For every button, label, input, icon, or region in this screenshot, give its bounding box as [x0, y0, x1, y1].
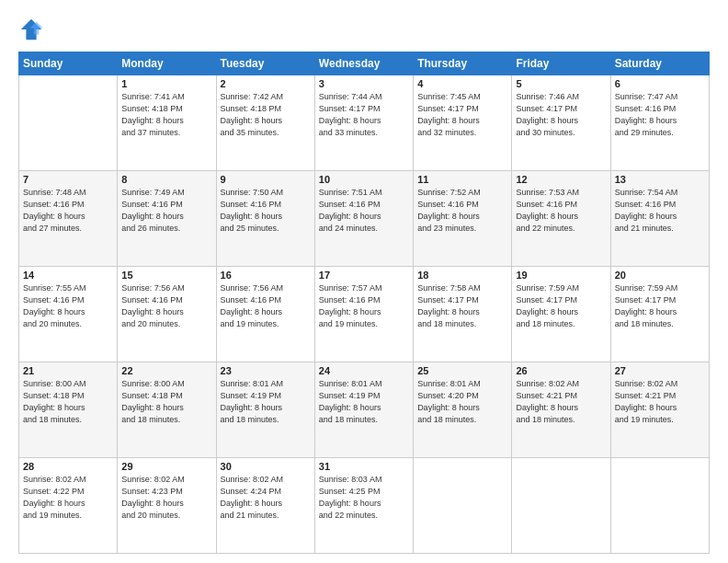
day-info: Sunrise: 7:47 AMSunset: 4:16 PMDaylight:… [615, 91, 705, 139]
day-info: Sunrise: 7:59 AMSunset: 4:17 PMDaylight:… [615, 282, 705, 330]
calendar-header-sunday: Sunday [19, 52, 118, 75]
calendar-header-wednesday: Wednesday [314, 52, 413, 75]
calendar-cell: 25Sunrise: 8:01 AMSunset: 4:20 PMDayligh… [414, 362, 512, 458]
calendar-cell: 24Sunrise: 8:01 AMSunset: 4:19 PMDayligh… [314, 362, 413, 458]
day-number: 29 [121, 461, 211, 472]
day-info: Sunrise: 8:02 AMSunset: 4:24 PMDaylight:… [221, 474, 311, 522]
day-number: 31 [319, 461, 409, 472]
calendar-cell [610, 458, 709, 554]
day-number: 6 [615, 78, 705, 89]
calendar-cell: 7Sunrise: 7:48 AMSunset: 4:16 PMDaylight… [19, 171, 118, 267]
calendar-cell: 5Sunrise: 7:46 AMSunset: 4:17 PMDaylight… [512, 75, 610, 171]
day-info: Sunrise: 7:48 AMSunset: 4:16 PMDaylight:… [23, 187, 113, 235]
calendar-cell: 10Sunrise: 7:51 AMSunset: 4:16 PMDayligh… [314, 171, 413, 267]
calendar-cell: 3Sunrise: 7:44 AMSunset: 4:17 PMDaylight… [314, 75, 413, 171]
day-number: 1 [121, 78, 211, 89]
day-number: 25 [417, 365, 507, 376]
day-number: 8 [121, 174, 211, 185]
day-number: 7 [23, 174, 113, 185]
day-info: Sunrise: 8:01 AMSunset: 4:19 PMDaylight:… [319, 378, 409, 426]
calendar-cell: 27Sunrise: 8:02 AMSunset: 4:21 PMDayligh… [610, 362, 709, 458]
day-number: 30 [221, 461, 311, 472]
day-number: 27 [615, 365, 705, 376]
calendar-week-row: 7Sunrise: 7:48 AMSunset: 4:16 PMDaylight… [19, 171, 710, 267]
calendar-cell: 31Sunrise: 8:03 AMSunset: 4:25 PMDayligh… [314, 458, 413, 554]
day-info: Sunrise: 8:01 AMSunset: 4:20 PMDaylight:… [417, 378, 507, 426]
calendar-week-row: 28Sunrise: 8:02 AMSunset: 4:22 PMDayligh… [19, 458, 710, 554]
day-number: 10 [319, 174, 409, 185]
day-number: 12 [516, 174, 606, 185]
calendar-cell: 13Sunrise: 7:54 AMSunset: 4:16 PMDayligh… [610, 171, 709, 267]
calendar-cell: 20Sunrise: 7:59 AMSunset: 4:17 PMDayligh… [610, 267, 709, 362]
day-info: Sunrise: 7:52 AMSunset: 4:16 PMDaylight:… [417, 187, 507, 235]
day-number: 26 [516, 365, 606, 376]
day-number: 11 [417, 174, 507, 185]
calendar-header-tuesday: Tuesday [216, 52, 314, 75]
day-info: Sunrise: 7:45 AMSunset: 4:17 PMDaylight:… [417, 91, 507, 139]
day-info: Sunrise: 7:41 AMSunset: 4:18 PMDaylight:… [121, 91, 211, 139]
day-info: Sunrise: 7:57 AMSunset: 4:16 PMDaylight:… [319, 282, 409, 330]
day-number: 5 [516, 78, 606, 89]
day-number: 22 [121, 365, 211, 376]
day-info: Sunrise: 7:50 AMSunset: 4:16 PMDaylight:… [221, 187, 311, 235]
calendar-cell: 21Sunrise: 8:00 AMSunset: 4:18 PMDayligh… [19, 362, 118, 458]
day-info: Sunrise: 7:56 AMSunset: 4:16 PMDaylight:… [221, 282, 311, 330]
logo-icon [18, 17, 44, 42]
page: SundayMondayTuesdayWednesdayThursdayFrid… [0, 0, 728, 563]
day-info: Sunrise: 8:02 AMSunset: 4:22 PMDaylight:… [23, 474, 113, 522]
calendar-cell: 8Sunrise: 7:49 AMSunset: 4:16 PMDaylight… [118, 171, 216, 267]
calendar-table: SundayMondayTuesdayWednesdayThursdayFrid… [18, 52, 710, 554]
day-number: 19 [516, 270, 606, 281]
calendar-cell: 23Sunrise: 8:01 AMSunset: 4:19 PMDayligh… [216, 362, 314, 458]
day-info: Sunrise: 7:58 AMSunset: 4:17 PMDaylight:… [417, 282, 507, 330]
day-info: Sunrise: 8:02 AMSunset: 4:23 PMDaylight:… [121, 474, 211, 522]
day-number: 20 [615, 270, 705, 281]
day-number: 21 [23, 365, 113, 376]
day-number: 17 [319, 270, 409, 281]
calendar-header-monday: Monday [118, 52, 216, 75]
calendar-cell: 28Sunrise: 8:02 AMSunset: 4:22 PMDayligh… [19, 458, 118, 554]
day-info: Sunrise: 7:46 AMSunset: 4:17 PMDaylight:… [516, 91, 606, 139]
day-number: 2 [221, 78, 311, 89]
calendar-cell: 14Sunrise: 7:55 AMSunset: 4:16 PMDayligh… [19, 267, 118, 362]
calendar-header-saturday: Saturday [610, 52, 709, 75]
day-info: Sunrise: 8:02 AMSunset: 4:21 PMDaylight:… [516, 378, 606, 426]
calendar-cell: 19Sunrise: 7:59 AMSunset: 4:17 PMDayligh… [512, 267, 610, 362]
calendar-cell [19, 75, 118, 171]
calendar-header-friday: Friday [512, 52, 610, 75]
day-number: 15 [121, 270, 211, 281]
day-info: Sunrise: 7:44 AMSunset: 4:17 PMDaylight:… [319, 91, 409, 139]
day-number: 28 [23, 461, 113, 472]
calendar-cell: 2Sunrise: 7:42 AMSunset: 4:18 PMDaylight… [216, 75, 314, 171]
day-info: Sunrise: 7:54 AMSunset: 4:16 PMDaylight:… [615, 187, 705, 235]
day-number: 14 [23, 270, 113, 281]
day-info: Sunrise: 7:49 AMSunset: 4:16 PMDaylight:… [121, 187, 211, 235]
calendar-cell: 30Sunrise: 8:02 AMSunset: 4:24 PMDayligh… [216, 458, 314, 554]
day-info: Sunrise: 7:51 AMSunset: 4:16 PMDaylight:… [319, 187, 409, 235]
day-info: Sunrise: 8:03 AMSunset: 4:25 PMDaylight:… [319, 474, 409, 522]
calendar-cell [512, 458, 610, 554]
calendar-cell [414, 458, 512, 554]
calendar-week-row: 21Sunrise: 8:00 AMSunset: 4:18 PMDayligh… [19, 362, 710, 458]
day-number: 4 [417, 78, 507, 89]
calendar-week-row: 14Sunrise: 7:55 AMSunset: 4:16 PMDayligh… [19, 267, 710, 362]
calendar-cell: 1Sunrise: 7:41 AMSunset: 4:18 PMDaylight… [118, 75, 216, 171]
day-number: 13 [615, 174, 705, 185]
day-info: Sunrise: 8:02 AMSunset: 4:21 PMDaylight:… [615, 378, 705, 426]
day-info: Sunrise: 7:53 AMSunset: 4:16 PMDaylight:… [516, 187, 606, 235]
day-info: Sunrise: 8:00 AMSunset: 4:18 PMDaylight:… [121, 378, 211, 426]
calendar-cell: 12Sunrise: 7:53 AMSunset: 4:16 PMDayligh… [512, 171, 610, 267]
day-number: 3 [319, 78, 409, 89]
calendar-week-row: 1Sunrise: 7:41 AMSunset: 4:18 PMDaylight… [19, 75, 710, 171]
calendar-cell: 15Sunrise: 7:56 AMSunset: 4:16 PMDayligh… [118, 267, 216, 362]
day-info: Sunrise: 8:00 AMSunset: 4:18 PMDaylight:… [23, 378, 113, 426]
calendar-header-row: SundayMondayTuesdayWednesdayThursdayFrid… [19, 52, 710, 75]
day-info: Sunrise: 7:59 AMSunset: 4:17 PMDaylight:… [516, 282, 606, 330]
day-number: 9 [221, 174, 311, 185]
day-info: Sunrise: 7:42 AMSunset: 4:18 PMDaylight:… [221, 91, 311, 139]
header [18, 17, 710, 42]
day-number: 23 [221, 365, 311, 376]
calendar-cell: 4Sunrise: 7:45 AMSunset: 4:17 PMDaylight… [414, 75, 512, 171]
logo [18, 17, 46, 42]
day-info: Sunrise: 7:55 AMSunset: 4:16 PMDaylight:… [23, 282, 113, 330]
